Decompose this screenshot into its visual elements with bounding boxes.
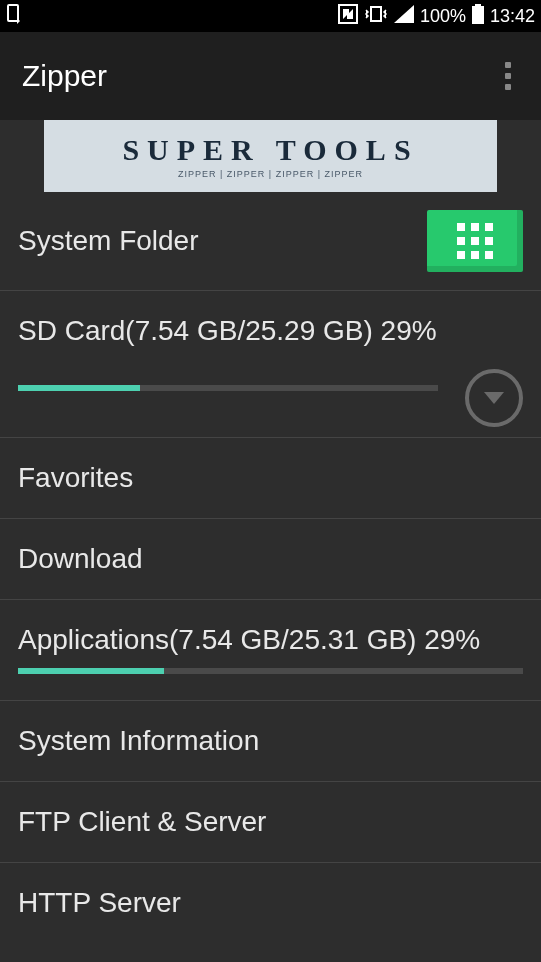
svg-rect-3: [475, 4, 481, 6]
battery-icon: [472, 4, 484, 29]
overflow-menu-button[interactable]: [497, 54, 519, 98]
banner-title: SUPER TOOLS: [122, 133, 418, 167]
svg-rect-1: [371, 7, 381, 21]
favorites-item[interactable]: Favorites: [0, 438, 541, 518]
grid-view-button[interactable]: [427, 210, 523, 272]
vibrate-icon: [364, 4, 388, 29]
grid-icon: [457, 223, 493, 259]
download-item[interactable]: Download: [0, 519, 541, 599]
applications-progress: [18, 668, 523, 674]
signal-icon: [394, 5, 414, 28]
sd-card-progress: [18, 385, 438, 391]
system-information-item[interactable]: System Information: [0, 701, 541, 781]
chevron-down-icon: [480, 384, 508, 412]
clock-text: 13:42: [490, 6, 535, 27]
sd-card-item[interactable]: SD Card(7.54 GB/25.29 GB) 29%: [0, 291, 541, 409]
sd-card-label: SD Card(7.54 GB/25.29 GB) 29%: [18, 315, 523, 347]
applications-item[interactable]: Applications(7.54 GB/25.31 GB) 29%: [0, 600, 541, 688]
applications-label: Applications(7.54 GB/25.31 GB) 29%: [18, 624, 523, 656]
app-bar: Zipper: [0, 32, 541, 120]
http-server-item[interactable]: HTTP Server: [0, 863, 541, 943]
battery-text: 100%: [420, 6, 466, 27]
nfc-icon: [338, 4, 358, 29]
status-bar: 100% 13:42: [0, 0, 541, 32]
banner-subtitle: ZIPPER | ZIPPER | ZIPPER | ZIPPER: [178, 169, 363, 179]
section-title: System Folder: [18, 225, 199, 257]
app-title: Zipper: [22, 59, 107, 93]
section-header: System Folder: [0, 192, 541, 290]
banner-ad[interactable]: SUPER TOOLS ZIPPER | ZIPPER | ZIPPER | Z…: [44, 120, 497, 192]
svg-rect-2: [472, 6, 484, 24]
expand-button[interactable]: [465, 369, 523, 427]
phone-icon: [6, 4, 22, 29]
ftp-item[interactable]: FTP Client & Server: [0, 782, 541, 862]
